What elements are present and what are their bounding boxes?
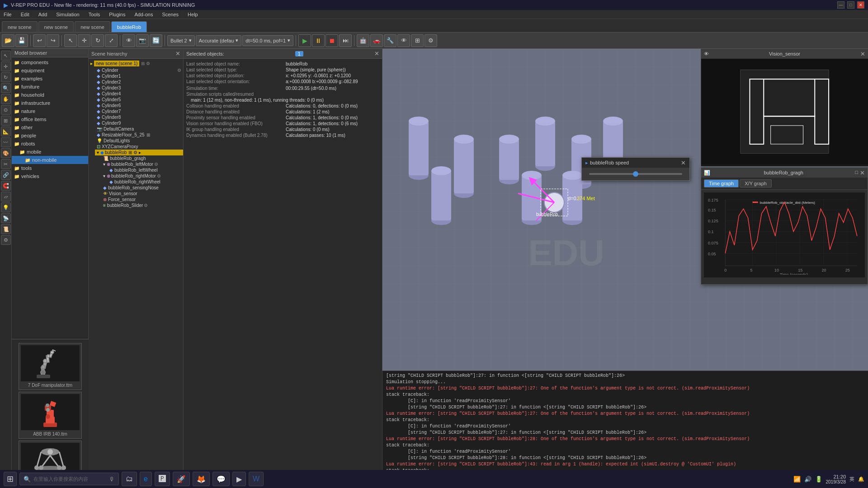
hier-visionsensor[interactable]: 👁Vision_sensor	[101, 191, 183, 197]
graph-minimize[interactable]: □	[855, 169, 858, 176]
tree-item-people[interactable]: 📁 people	[12, 131, 88, 140]
thumb-abb140[interactable]: ABB IRB 140.ttm	[19, 392, 82, 439]
measure-tool[interactable]: 📐	[1, 127, 11, 136]
sensor-tool[interactable]: 📡	[1, 213, 11, 223]
hier-bubblerob[interactable]: ▾ ◆bubbleRob ⊞ ⚙ ▸	[95, 150, 183, 155]
tree-item-nonmobile[interactable]: 📁 non-mobile	[12, 156, 88, 164]
hier-sensingnose[interactable]: ◆bubbleRob_sensingNose	[101, 185, 183, 191]
hier-cylinder3[interactable]: ◆Cylinder3	[95, 85, 183, 91]
play-button[interactable]: ▶	[298, 34, 311, 47]
menu-addons[interactable]: Add-ons	[132, 11, 155, 18]
tree-item-other[interactable]: 📁 other	[12, 123, 88, 131]
taskbar-app3[interactable]: 💬	[212, 472, 230, 486]
start-button[interactable]: ⊞	[4, 472, 17, 486]
menu-help[interactable]: Help	[186, 11, 200, 18]
car-icon-btn[interactable]: 🚗	[370, 34, 383, 47]
menu-scenes[interactable]: Scenes	[160, 11, 180, 18]
hier-gragh[interactable]: 📜bubbleRob_gragh	[101, 155, 183, 161]
rotate-tool[interactable]: ↻	[1, 72, 11, 82]
orbit-button[interactable]: 🔄	[150, 34, 162, 47]
hier-defaultlights[interactable]: 💡DefaultLights	[95, 138, 183, 144]
taskbar-vrep[interactable]: ▶	[232, 472, 246, 486]
menu-tools[interactable]: Tools	[87, 11, 102, 18]
timestep-dropdown[interactable]: dt=50.0 ms, pof=1 ▾	[242, 35, 293, 46]
hier-rightwheel[interactable]: ◆bubbleRob_rightWheel	[108, 179, 183, 185]
robot-icon-btn[interactable]: 🤖	[357, 34, 369, 47]
tree-item-household[interactable]: 📁 household	[12, 91, 88, 99]
tool1-btn[interactable]: 🔧	[384, 34, 396, 47]
tab-xy-graph[interactable]: X/Y graph	[740, 179, 772, 188]
scene-panel-close[interactable]: ✕	[175, 50, 180, 57]
redo-button[interactable]: ↪	[47, 34, 59, 47]
tab-1[interactable]: new scene	[2, 21, 38, 32]
menu-simulation[interactable]: Simulation	[54, 11, 81, 18]
step-button[interactable]: ⏭	[339, 34, 352, 47]
taskbar-explorer[interactable]: 🗂	[122, 472, 137, 486]
hier-cylinder[interactable]: ◆Cylinder⚙	[95, 67, 183, 73]
physics-engine-dropdown[interactable]: Bullet 2 ▾	[167, 35, 195, 46]
tab-bubblerob[interactable]: bubbleRob	[111, 21, 147, 32]
speed-slider-thumb[interactable]	[633, 171, 638, 177]
tab-time-graph[interactable]: Time graph	[704, 179, 739, 188]
path-tool[interactable]: 〰	[1, 137, 11, 147]
shape-tool[interactable]: ▱	[1, 192, 11, 202]
hier-cylinder6[interactable]: ◆Cylinder6	[95, 103, 183, 108]
grid-btn[interactable]: ⊞	[411, 34, 424, 47]
hier-leftmotor[interactable]: ▾ ⊕bubbleRob_leftMotor⚙	[101, 161, 183, 167]
hier-rightmotor[interactable]: ▾ ⊕bubbleRob_rightMotor⚙	[101, 173, 183, 179]
vision-sensor-close[interactable]: ✕	[860, 51, 865, 57]
pointer-tool[interactable]: ↖	[1, 51, 11, 61]
hier-slider[interactable]: ≡bubbleRob_Slider⚙	[101, 202, 183, 208]
tree-item-officeitems[interactable]: 📁 office items	[12, 115, 88, 123]
view-button[interactable]: 👁	[123, 34, 135, 47]
hier-xyzproxy[interactable]: ⊡XYZCameraProxy	[95, 144, 183, 150]
camera-button[interactable]: 📷	[136, 34, 149, 47]
hier-cylinder8[interactable]: ◆Cylinder8	[95, 114, 183, 120]
hier-cylinder4[interactable]: ◆Cylinder4	[95, 91, 183, 97]
thumb-7dof[interactable]: 7 DoF manipulator.ttm	[19, 343, 82, 390]
taskbar-app2[interactable]: 🚀	[173, 472, 190, 486]
pause-button[interactable]: ⏸	[312, 34, 325, 47]
undo-button[interactable]: ↩	[33, 34, 46, 47]
taskbar-firefox[interactable]: 🦊	[193, 472, 210, 486]
title-bar-controls[interactable]: — □ ✕	[837, 1, 864, 9]
speed-dialog-close[interactable]: ✕	[681, 160, 686, 166]
hier-cylinder1[interactable]: ◆Cylinder1	[95, 73, 183, 79]
rotate-button[interactable]: ↻	[91, 34, 104, 47]
viewport-3d[interactable]: d=0. 374 Met bubbleRob EDU 👁 Vision_sens…	[382, 49, 868, 371]
close-button[interactable]: ✕	[857, 1, 864, 9]
cut-tool[interactable]: ✂	[1, 159, 11, 169]
taskbar-app1[interactable]: 🅿	[155, 472, 170, 486]
orbit-tool[interactable]: ⊙	[1, 105, 11, 115]
tree-item-vehicles[interactable]: 📁 vehicles	[12, 172, 88, 180]
save-button[interactable]: 💾	[15, 34, 28, 47]
tree-item-furniture[interactable]: 📁 furniture	[12, 83, 88, 91]
script-tool[interactable]: 📜	[1, 224, 11, 234]
settings-btn[interactable]: ⚙	[425, 34, 437, 47]
taskbar-search[interactable]: 🔍 在里输入你要搜索的内容 🎙	[19, 473, 119, 485]
hier-leftwheel[interactable]: ◆bubbleRob_leftWheel	[108, 167, 183, 173]
graph-close[interactable]: ✕	[860, 169, 865, 176]
menu-add[interactable]: Add	[37, 11, 49, 18]
maximize-button[interactable]: □	[847, 1, 854, 9]
tab-3[interactable]: new scene	[75, 21, 110, 32]
zoom-tool[interactable]: 🔍	[1, 83, 11, 93]
menu-edit[interactable]: Edit	[19, 11, 31, 18]
menu-file[interactable]: File	[2, 11, 14, 18]
taskbar-ie[interactable]: e	[140, 472, 152, 486]
scene-name[interactable]: new scene (scene 1)	[94, 61, 139, 66]
scale-button[interactable]: ⤢	[105, 34, 118, 47]
stop-button[interactable]: ⏹	[326, 34, 338, 47]
tree-item-nature[interactable]: 📁 nature	[12, 107, 88, 115]
menu-plugins[interactable]: Plugins	[107, 11, 127, 18]
tree-item-tools[interactable]: 📁 tools	[12, 164, 88, 172]
minimize-button[interactable]: —	[837, 1, 844, 9]
magnet-tool[interactable]: 🧲	[1, 181, 11, 191]
eye-btn[interactable]: 👁	[397, 34, 410, 47]
open-button[interactable]: 📂	[2, 34, 14, 47]
snap-tool[interactable]: ⊞	[1, 116, 11, 126]
select-button[interactable]: ↖	[64, 34, 77, 47]
props-close[interactable]: ✕	[374, 50, 379, 57]
paint-tool[interactable]: 🎨	[1, 148, 11, 158]
light-tool[interactable]: 💡	[1, 202, 11, 212]
